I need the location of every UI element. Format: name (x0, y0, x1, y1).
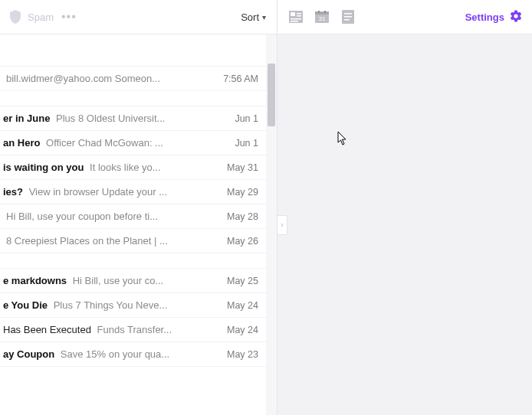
message-preview: bill.widmer@yahoo.com Someon... (6, 73, 160, 84)
message-line: e You Die Plus 7 Things You Neve... (0, 299, 219, 311)
message-subject: ay Coupon (3, 348, 54, 360)
collapse-handle[interactable]: › (277, 215, 287, 235)
message-row[interactable]: e markdowns Hi Bill, use your co...May 2… (0, 269, 266, 293)
sort-button[interactable]: Sort ▾ (241, 0, 266, 34)
message-subject: an Hero (3, 137, 40, 149)
shield-icon (9, 10, 21, 24)
message-line: an Hero Officer Chad McGowan: ... (0, 137, 227, 149)
message-date: May 25 (227, 276, 258, 286)
message-row[interactable]: Hi Bill, use your coupon before ti...May… (0, 204, 266, 229)
message-line: 8 Creepiest Places on the Planet | ... (0, 235, 219, 247)
message-row[interactable]: an Hero Officer Chad McGowan: ...Jun 1 (0, 131, 266, 155)
message-row[interactable]: is waiting on you It looks like yo...May… (0, 155, 266, 180)
message-list-scroll: bill.widmer@yahoo.com Someon...7:56 AMer… (0, 34, 277, 415)
settings-label: Settings (465, 11, 504, 23)
message-row[interactable]: Has Been Executed Funds Transfer...May 2… (0, 318, 266, 342)
message-row[interactable]: e You Die Plus 7 Things You Neve...May 2… (0, 293, 266, 318)
app-root: Spam ••• Sort ▾ bill.widmer@yahoo.com So… (0, 0, 532, 415)
message-preview: View in browser Update your ... (26, 186, 167, 198)
message-row[interactable]: er in June Plus 8 Oldest Universit...Jun… (0, 106, 266, 131)
svg-rect-3 (297, 15, 301, 17)
message-date: May 24 (227, 325, 258, 335)
svg-rect-1 (291, 12, 295, 16)
message-list-pane: Spam ••• Sort ▾ bill.widmer@yahoo.com So… (0, 0, 277, 415)
message-subject: Has Been Executed (3, 324, 91, 335)
chevron-down-icon: ▾ (262, 13, 266, 21)
svg-text:31: 31 (319, 15, 326, 22)
message-date: Jun 1 (235, 113, 258, 124)
message-subject: ies? (3, 186, 23, 198)
message-subject: e You Die (3, 299, 48, 311)
message-line: ies? View in browser Update your ... (0, 186, 219, 198)
message-line: is waiting on you It looks like yo... (0, 162, 219, 173)
svg-rect-5 (291, 21, 298, 22)
message-row[interactable]: 8 Creepiest Places on the Planet | ...Ma… (0, 229, 266, 253)
message-date: May 26 (227, 236, 258, 247)
message-row[interactable]: bill.widmer@yahoo.com Someon...7:56 AM (0, 67, 266, 91)
message-preview: Hi Bill, use your coupon before ti... (6, 211, 158, 222)
sort-label: Sort (241, 11, 259, 23)
message-line: Hi Bill, use your coupon before ti... (0, 211, 219, 222)
gear-icon (509, 9, 523, 25)
scrollbar-track[interactable] (266, 34, 277, 415)
calendar-icon[interactable]: 31 (314, 10, 330, 24)
message-date: May 31 (227, 162, 258, 173)
notepad-icon[interactable] (340, 10, 356, 24)
message-preview: Plus 8 Oldest Universit... (53, 113, 165, 124)
message-row[interactable]: ies? View in browser Update your ...May … (0, 180, 266, 204)
message-preview: Hi Bill, use your co... (70, 275, 163, 286)
message-date: May 24 (227, 300, 258, 311)
reading-pane: › (277, 34, 532, 415)
svg-rect-12 (344, 13, 352, 15)
message-preview: Plus 7 Things You Neve... (51, 299, 167, 311)
message-date: May 23 (227, 349, 258, 360)
svg-rect-8 (318, 11, 320, 13)
message-subject: is waiting on you (3, 162, 84, 173)
message-date: May 29 (227, 187, 258, 198)
message-preview: 8 Creepiest Places on the Planet | ... (6, 235, 168, 247)
message-row[interactable]: ay Coupon Save 15% on your qua...May 23 (0, 342, 266, 367)
message-subject: e markdowns (3, 275, 67, 286)
reading-pane-wrap: 31 Settings › (277, 0, 532, 415)
message-preview: It looks like yo... (87, 162, 160, 173)
svg-rect-2 (297, 13, 301, 15)
settings-button[interactable]: Settings (465, 0, 523, 34)
scrollbar-thumb[interactable] (268, 64, 275, 126)
more-actions-button[interactable]: ••• (61, 10, 77, 24)
message-date: Jun 1 (235, 138, 258, 149)
message-line: er in June Plus 8 Oldest Universit... (0, 113, 227, 124)
contacts-icon[interactable] (288, 10, 304, 24)
message-list: bill.widmer@yahoo.com Someon...7:56 AMer… (0, 34, 266, 367)
folder-name: Spam (28, 11, 54, 23)
svg-rect-13 (344, 16, 352, 18)
svg-rect-7 (315, 11, 329, 15)
message-preview: Funds Transfer... (94, 324, 172, 335)
message-line: Has Been Executed Funds Transfer... (0, 324, 219, 335)
svg-rect-9 (324, 11, 326, 13)
list-toolbar: Spam ••• Sort ▾ (0, 0, 277, 34)
message-preview: Officer Chad McGowan: ... (43, 137, 163, 149)
message-line: ay Coupon Save 15% on your qua... (0, 348, 219, 360)
message-date: May 28 (227, 211, 258, 222)
message-line: bill.widmer@yahoo.com Someon... (0, 73, 215, 84)
svg-rect-4 (291, 18, 301, 20)
right-toolbar: 31 Settings (277, 0, 532, 34)
message-subject: er in June (3, 113, 50, 124)
svg-rect-14 (344, 19, 350, 21)
message-preview: Save 15% on your qua... (57, 348, 169, 360)
message-line: e markdowns Hi Bill, use your co... (0, 275, 219, 286)
message-date: 7:56 AM (223, 74, 258, 84)
